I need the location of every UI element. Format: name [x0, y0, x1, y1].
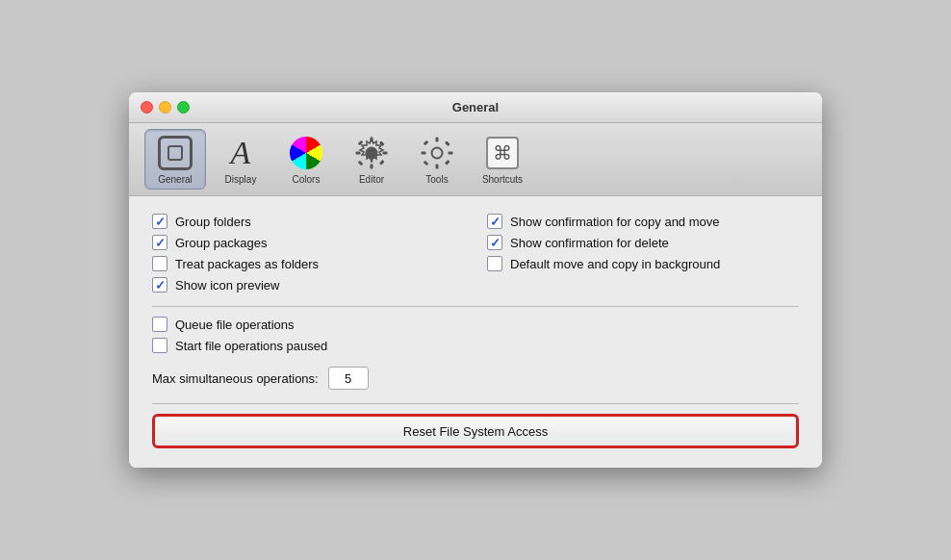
tools-gear-icon: [421, 137, 453, 169]
display-icon: A: [221, 134, 260, 172]
checkbox-default-move-copy[interactable]: [487, 256, 502, 271]
checkbox-row-show-icon-preview: Show icon preview: [152, 277, 464, 293]
checkbox-label-show-confirmation-delete: Show confirmation for delete: [510, 236, 669, 250]
toolbar-item-colors[interactable]: Colors: [275, 130, 337, 189]
checkbox-row-queue-file-ops: Queue file operations: [152, 317, 799, 332]
tools-icon: [418, 134, 456, 172]
toolbar-label-shortcuts: Shortcuts: [482, 174, 523, 185]
toolbar-label-editor: Editor: [359, 174, 384, 185]
checkbox-show-confirmation-copy[interactable]: [487, 214, 502, 229]
max-ops-input[interactable]: 5: [328, 367, 369, 390]
checkbox-label-default-move-copy: Default move and copy in background: [510, 257, 720, 271]
shortcuts-icon: ⌘: [483, 134, 522, 172]
checkbox-label-group-folders: Group folders: [175, 215, 251, 229]
toolbar-label-colors: Colors: [293, 174, 321, 185]
empty-cell: [487, 277, 799, 293]
checkbox-group-packages[interactable]: [152, 235, 167, 250]
toolbar-item-shortcuts[interactable]: ⌘ Shortcuts: [472, 130, 533, 189]
checkbox-group-folders[interactable]: [152, 214, 167, 229]
shortcuts-icon-shape: ⌘: [486, 137, 519, 169]
toolbar-item-general[interactable]: General: [144, 129, 206, 190]
checkbox-row-start-paused: Start file operations paused: [152, 338, 799, 353]
colors-icon: [287, 134, 325, 172]
editor-gear-icon: [355, 137, 388, 169]
svg-rect-4: [356, 152, 361, 155]
content-area: Group folders Show confirmation for copy…: [129, 196, 822, 468]
toolbar-label-tools: Tools: [425, 174, 448, 185]
reset-file-system-button[interactable]: Reset File System Access: [152, 414, 799, 448]
toolbar-label-display: Display: [225, 174, 257, 185]
checkbox-label-start-paused: Start file operations paused: [175, 339, 327, 353]
minimize-button[interactable]: [159, 101, 171, 114]
checkbox-label-treat-packages: Treat packages as folders: [175, 257, 319, 271]
svg-point-10: [432, 148, 443, 159]
checkbox-label-show-icon-preview: Show icon preview: [175, 278, 279, 293]
divider-1: [152, 306, 799, 307]
colors-icon-shape: [290, 137, 322, 169]
close-button[interactable]: [141, 101, 153, 114]
checkbox-row-group-packages: Group packages: [152, 235, 464, 250]
reset-button-label: Reset File System Access: [403, 424, 548, 439]
svg-rect-2: [371, 138, 373, 142]
checkbox-row-show-confirmation-copy: Show confirmation for copy and move: [487, 214, 799, 229]
checkbox-label-group-packages: Group packages: [175, 236, 267, 250]
max-ops-label: Max simultaneous operations:: [152, 371, 319, 386]
divider-2: [152, 403, 799, 404]
checkbox-start-paused[interactable]: [152, 338, 167, 353]
general-icon-shape: [158, 136, 193, 170]
queue-section: Queue file operations Start file operati…: [152, 317, 799, 353]
general-icon: [156, 134, 194, 172]
svg-rect-9: [379, 160, 385, 165]
checkbox-show-confirmation-delete[interactable]: [487, 235, 502, 250]
checkbox-row-default-move-copy: Default move and copy in background: [487, 256, 799, 271]
toolbar: General A Display Colors: [129, 123, 822, 196]
svg-rect-16: [445, 140, 450, 146]
svg-rect-17: [424, 161, 429, 166]
checkbox-show-icon-preview[interactable]: [152, 277, 167, 293]
toolbar-item-editor[interactable]: Editor: [341, 130, 402, 189]
svg-rect-11: [436, 138, 439, 142]
svg-rect-12: [436, 165, 439, 169]
checkbox-row-treat-packages: Treat packages as folders: [152, 256, 464, 271]
toolbar-item-tools[interactable]: Tools: [406, 130, 468, 189]
toolbar-item-display[interactable]: A Display: [210, 130, 271, 189]
editor-icon: [352, 134, 391, 172]
svg-rect-13: [422, 152, 426, 155]
checkbox-queue-file-ops[interactable]: [152, 317, 167, 332]
checkbox-label-queue-file-ops: Queue file operations: [175, 318, 295, 332]
toolbar-label-general: General: [158, 174, 193, 185]
main-window: General General A Display Colors: [129, 92, 822, 468]
svg-rect-18: [445, 160, 450, 165]
checkboxes-grid: Group folders Show confirmation for copy…: [152, 214, 799, 293]
max-ops-row: Max simultaneous operations: 5: [152, 367, 799, 390]
traffic-lights: [141, 101, 190, 114]
svg-rect-15: [424, 140, 429, 146]
checkbox-label-show-confirmation-copy: Show confirmation for copy and move: [510, 215, 720, 229]
svg-rect-3: [371, 165, 373, 169]
maximize-button[interactable]: [177, 101, 190, 114]
checkbox-row-show-confirmation-delete: Show confirmation for delete: [487, 235, 799, 250]
display-icon-shape: A: [231, 137, 251, 169]
svg-rect-14: [449, 152, 453, 155]
svg-rect-5: [383, 152, 388, 155]
checkbox-treat-packages[interactable]: [152, 256, 167, 271]
window-title: General: [452, 100, 499, 115]
checkbox-row-group-folders: Group folders: [152, 214, 464, 229]
title-bar: General: [129, 92, 822, 123]
svg-rect-8: [358, 161, 364, 166]
